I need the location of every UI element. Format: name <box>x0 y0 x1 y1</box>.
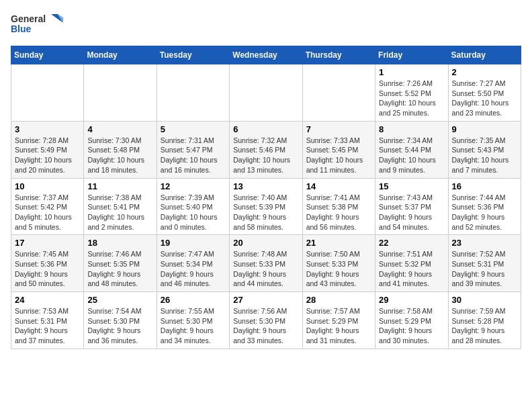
day-info: Sunrise: 7:32 AM Sunset: 5:46 PM Dayligh… <box>233 136 298 175</box>
day-number: 20 <box>233 238 298 248</box>
day-number: 10 <box>15 181 80 191</box>
weekday-header-tuesday: Tuesday <box>157 46 229 64</box>
calendar-cell: 2Sunrise: 7:27 AM Sunset: 5:50 PM Daylig… <box>448 64 521 122</box>
day-info: Sunrise: 7:48 AM Sunset: 5:33 PM Dayligh… <box>233 249 298 289</box>
day-info: Sunrise: 7:51 AM Sunset: 5:32 PM Dayligh… <box>379 249 444 289</box>
day-info: Sunrise: 7:55 AM Sunset: 5:30 PM Dayligh… <box>161 306 226 346</box>
day-number: 9 <box>452 124 517 134</box>
calendar-cell: 7Sunrise: 7:33 AM Sunset: 5:45 PM Daylig… <box>302 121 375 178</box>
calendar-cell <box>230 64 302 122</box>
day-number: 7 <box>306 124 371 134</box>
day-number: 8 <box>379 124 444 134</box>
day-info: Sunrise: 7:28 AM Sunset: 5:49 PM Dayligh… <box>15 136 80 175</box>
weekday-header-sunday: Sunday <box>11 46 84 64</box>
day-number: 17 <box>15 238 80 248</box>
day-number: 12 <box>161 181 226 191</box>
day-number: 29 <box>379 295 444 305</box>
calendar-cell: 9Sunrise: 7:35 AM Sunset: 5:43 PM Daylig… <box>448 121 521 178</box>
calendar-cell: 28Sunrise: 7:57 AM Sunset: 5:29 PM Dayli… <box>302 292 375 349</box>
day-info: Sunrise: 7:35 AM Sunset: 5:43 PM Dayligh… <box>452 136 517 175</box>
calendar-cell: 26Sunrise: 7:55 AM Sunset: 5:30 PM Dayli… <box>157 292 229 349</box>
day-number: 5 <box>161 124 226 134</box>
calendar-cell: 19Sunrise: 7:47 AM Sunset: 5:34 PM Dayli… <box>157 235 229 292</box>
calendar-cell <box>302 64 375 122</box>
calendar-cell: 18Sunrise: 7:46 AM Sunset: 5:35 PM Dayli… <box>84 235 157 292</box>
calendar-cell: 27Sunrise: 7:56 AM Sunset: 5:30 PM Dayli… <box>230 292 302 349</box>
day-info: Sunrise: 7:53 AM Sunset: 5:31 PM Dayligh… <box>15 306 80 346</box>
day-number: 30 <box>452 295 517 305</box>
svg-text:Blue: Blue <box>11 24 32 34</box>
calendar-cell: 16Sunrise: 7:44 AM Sunset: 5:36 PM Dayli… <box>448 178 521 235</box>
calendar-cell: 29Sunrise: 7:58 AM Sunset: 5:29 PM Dayli… <box>375 292 448 349</box>
day-number: 1 <box>379 67 444 77</box>
day-number: 22 <box>379 238 444 248</box>
calendar-cell <box>157 64 229 122</box>
calendar-cell <box>84 64 157 122</box>
day-number: 21 <box>306 238 371 248</box>
day-number: 25 <box>87 295 152 305</box>
calendar-cell: 1Sunrise: 7:26 AM Sunset: 5:52 PM Daylig… <box>375 64 448 122</box>
weekday-header-wednesday: Wednesday <box>230 46 302 64</box>
day-info: Sunrise: 7:34 AM Sunset: 5:44 PM Dayligh… <box>379 136 444 175</box>
svg-text:General: General <box>11 13 46 24</box>
calendar-week-row: 1Sunrise: 7:26 AM Sunset: 5:52 PM Daylig… <box>11 64 521 122</box>
weekday-header-monday: Monday <box>84 46 157 64</box>
calendar-cell: 25Sunrise: 7:54 AM Sunset: 5:30 PM Dayli… <box>84 292 157 349</box>
day-info: Sunrise: 7:37 AM Sunset: 5:42 PM Dayligh… <box>15 193 80 232</box>
day-info: Sunrise: 7:43 AM Sunset: 5:37 PM Dayligh… <box>379 193 444 232</box>
day-number: 28 <box>306 295 371 305</box>
calendar-week-row: 10Sunrise: 7:37 AM Sunset: 5:42 PM Dayli… <box>11 178 521 235</box>
day-info: Sunrise: 7:52 AM Sunset: 5:31 PM Dayligh… <box>452 249 517 289</box>
day-number: 19 <box>161 238 226 248</box>
weekday-header-friday: Friday <box>375 46 448 64</box>
weekday-header-thursday: Thursday <box>302 46 375 64</box>
calendar-cell <box>11 64 84 122</box>
day-info: Sunrise: 7:45 AM Sunset: 5:36 PM Dayligh… <box>15 249 80 289</box>
calendar-cell: 21Sunrise: 7:50 AM Sunset: 5:33 PM Dayli… <box>302 235 375 292</box>
day-info: Sunrise: 7:26 AM Sunset: 5:52 PM Dayligh… <box>379 79 444 118</box>
day-number: 24 <box>15 295 80 305</box>
day-info: Sunrise: 7:59 AM Sunset: 5:28 PM Dayligh… <box>452 306 517 346</box>
calendar-cell: 3Sunrise: 7:28 AM Sunset: 5:49 PM Daylig… <box>11 121 84 178</box>
day-info: Sunrise: 7:27 AM Sunset: 5:50 PM Dayligh… <box>452 79 517 118</box>
calendar-cell: 22Sunrise: 7:51 AM Sunset: 5:32 PM Dayli… <box>375 235 448 292</box>
day-info: Sunrise: 7:31 AM Sunset: 5:47 PM Dayligh… <box>161 136 226 175</box>
day-info: Sunrise: 7:44 AM Sunset: 5:36 PM Dayligh… <box>452 193 517 232</box>
day-info: Sunrise: 7:46 AM Sunset: 5:35 PM Dayligh… <box>87 249 152 289</box>
day-info: Sunrise: 7:41 AM Sunset: 5:38 PM Dayligh… <box>306 193 371 232</box>
weekday-header-saturday: Saturday <box>448 46 521 64</box>
calendar-cell: 20Sunrise: 7:48 AM Sunset: 5:33 PM Dayli… <box>230 235 302 292</box>
logo-icon: GeneralBlue <box>11 11 64 38</box>
calendar-cell: 6Sunrise: 7:32 AM Sunset: 5:46 PM Daylig… <box>230 121 302 178</box>
day-number: 2 <box>452 67 517 77</box>
day-number: 4 <box>87 124 152 134</box>
calendar-cell: 15Sunrise: 7:43 AM Sunset: 5:37 PM Dayli… <box>375 178 448 235</box>
day-info: Sunrise: 7:56 AM Sunset: 5:30 PM Dayligh… <box>233 306 298 346</box>
day-number: 23 <box>452 238 517 248</box>
day-info: Sunrise: 7:50 AM Sunset: 5:33 PM Dayligh… <box>306 249 371 289</box>
calendar-cell: 30Sunrise: 7:59 AM Sunset: 5:28 PM Dayli… <box>448 292 521 349</box>
calendar-cell: 24Sunrise: 7:53 AM Sunset: 5:31 PM Dayli… <box>11 292 84 349</box>
day-info: Sunrise: 7:47 AM Sunset: 5:34 PM Dayligh… <box>161 249 226 289</box>
day-number: 27 <box>233 295 298 305</box>
day-number: 3 <box>15 124 80 134</box>
calendar-cell: 5Sunrise: 7:31 AM Sunset: 5:47 PM Daylig… <box>157 121 229 178</box>
calendar-cell: 4Sunrise: 7:30 AM Sunset: 5:48 PM Daylig… <box>84 121 157 178</box>
weekday-header-row: SundayMondayTuesdayWednesdayThursdayFrid… <box>11 46 521 64</box>
day-info: Sunrise: 7:58 AM Sunset: 5:29 PM Dayligh… <box>379 306 444 346</box>
calendar-cell: 8Sunrise: 7:34 AM Sunset: 5:44 PM Daylig… <box>375 121 448 178</box>
calendar-week-row: 17Sunrise: 7:45 AM Sunset: 5:36 PM Dayli… <box>11 235 521 292</box>
logo: GeneralBlue <box>11 11 64 38</box>
calendar-cell: 11Sunrise: 7:38 AM Sunset: 5:41 PM Dayli… <box>84 178 157 235</box>
day-number: 15 <box>379 181 444 191</box>
calendar-week-row: 3Sunrise: 7:28 AM Sunset: 5:49 PM Daylig… <box>11 121 521 178</box>
day-info: Sunrise: 7:39 AM Sunset: 5:40 PM Dayligh… <box>161 193 226 232</box>
day-number: 18 <box>87 238 152 248</box>
calendar-cell: 10Sunrise: 7:37 AM Sunset: 5:42 PM Dayli… <box>11 178 84 235</box>
calendar-table: SundayMondayTuesdayWednesdayThursdayFrid… <box>11 46 521 349</box>
day-number: 6 <box>233 124 298 134</box>
calendar-cell: 14Sunrise: 7:41 AM Sunset: 5:38 PM Dayli… <box>302 178 375 235</box>
day-info: Sunrise: 7:40 AM Sunset: 5:39 PM Dayligh… <box>233 193 298 232</box>
day-info: Sunrise: 7:57 AM Sunset: 5:29 PM Dayligh… <box>306 306 371 346</box>
day-info: Sunrise: 7:54 AM Sunset: 5:30 PM Dayligh… <box>87 306 152 346</box>
